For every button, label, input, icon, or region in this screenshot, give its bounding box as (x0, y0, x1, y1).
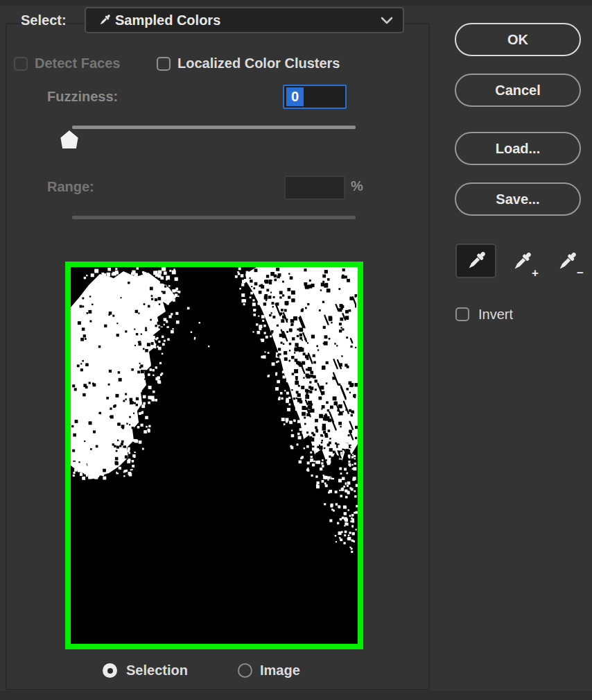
chevron-down-icon (379, 15, 394, 25)
eyedropper-plus-icon (510, 249, 534, 274)
ok-button[interactable]: OK (455, 23, 581, 56)
range-input (284, 176, 345, 200)
dialog-bottom-edge (0, 691, 592, 700)
color-range-dialog: Select: Sampled Colors Detect Faces Loca… (0, 0, 592, 700)
image-radio-label: Image (260, 663, 300, 678)
select-dropdown[interactable]: Sampled Colors (85, 7, 404, 33)
subtract-from-sample-eyedropper[interactable]: − (549, 247, 585, 276)
fuzziness-value-selected: 0 (286, 87, 304, 106)
fuzziness-slider-track[interactable] (72, 126, 356, 129)
eyedropper-icon (464, 248, 489, 273)
range-label: Range: (47, 179, 94, 195)
save-button[interactable]: Save... (455, 182, 581, 216)
invert-label: Invert (478, 307, 513, 323)
range-slider-track (72, 216, 356, 219)
fuzziness-label: Fuzziness: (47, 89, 118, 105)
selection-preview-canvas[interactable] (71, 267, 358, 644)
detect-faces-label: Detect Faces (35, 56, 120, 71)
add-to-sample-eyedropper[interactable]: + (504, 247, 540, 276)
fuzziness-input[interactable]: 0 (283, 85, 347, 109)
image-radio[interactable] (238, 663, 252, 678)
select-label: Select: (21, 12, 67, 28)
detect-faces-checkbox (14, 57, 28, 71)
eyedropper-tool-selected[interactable] (455, 244, 496, 278)
radio-dot (107, 668, 113, 674)
selection-radio[interactable] (103, 663, 117, 678)
selection-radio-label: Selection (126, 663, 188, 678)
localized-color-clusters-label: Localized Color Clusters (177, 56, 340, 71)
eyedropper-minus-icon (555, 249, 580, 274)
plus-badge: + (532, 267, 539, 279)
load-button[interactable]: Load... (455, 132, 581, 165)
cancel-button[interactable]: Cancel (455, 74, 581, 107)
selection-preview-frame (65, 262, 363, 649)
localized-color-clusters-checkbox[interactable] (157, 57, 171, 71)
dialog-top-edge (0, 0, 592, 6)
range-unit-label: % (351, 178, 363, 194)
select-dropdown-value: Sampled Colors (115, 12, 379, 28)
minus-badge: − (577, 267, 584, 279)
invert-checkbox[interactable] (455, 307, 469, 321)
eyedropper-icon (97, 12, 112, 28)
